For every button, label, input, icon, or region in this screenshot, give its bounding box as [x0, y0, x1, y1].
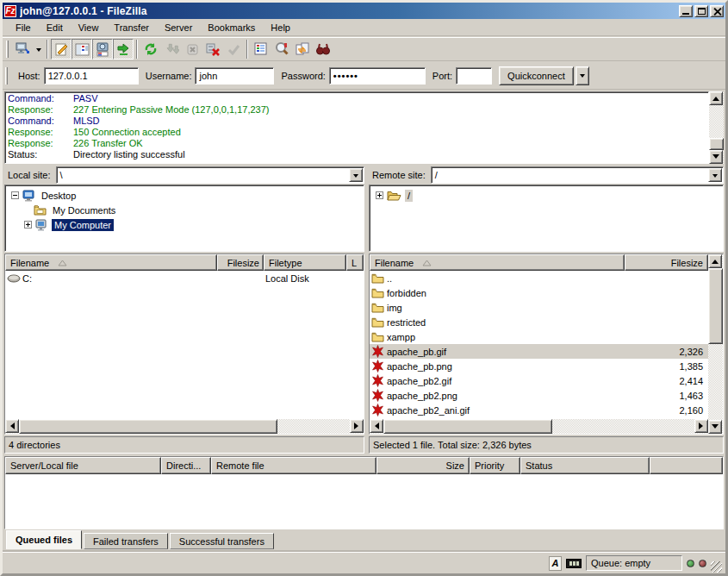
menu-edit[interactable]: Edit [39, 20, 71, 35]
column-header-size[interactable]: Size [376, 457, 470, 474]
disconnect-button[interactable] [202, 39, 223, 59]
file-row[interactable]: apache_pb2_ani.gif2,160 [370, 403, 708, 417]
tab-successful-transfers[interactable]: Successful transfers [170, 533, 274, 549]
tree-item-root[interactable]: / [372, 188, 723, 203]
scroll-left-button[interactable] [5, 419, 19, 433]
image-file-icon [371, 374, 387, 387]
column-header-filesize[interactable]: Filesize [217, 254, 264, 271]
tab-queued-files[interactable]: Queued files [6, 530, 82, 549]
column-header-filler [650, 457, 723, 474]
maximize-button[interactable] [694, 5, 708, 17]
directory-comparison-button[interactable] [271, 39, 292, 59]
quickconnect-dropdown[interactable] [576, 66, 589, 85]
column-header-priority[interactable]: Priority [470, 457, 520, 474]
scroll-up-button[interactable] [709, 91, 723, 105]
file-row[interactable]: forbidden [370, 285, 708, 300]
column-header-server-local-file[interactable]: Server/Local file [5, 457, 161, 474]
menu-server[interactable]: Server [157, 20, 200, 35]
file-row[interactable]: .. [370, 271, 708, 285]
minimize-button[interactable] [679, 5, 693, 17]
remote-horizontal-scrollbar[interactable] [370, 419, 708, 434]
local-site-dropdown[interactable] [349, 168, 363, 182]
menu-help[interactable]: Help [263, 20, 298, 35]
log-line: Response:150 Connection accepted [8, 127, 708, 138]
quickconnect-gripper[interactable] [5, 67, 8, 85]
remote-site-combobox[interactable]: / [431, 166, 724, 184]
file-row[interactable]: apache_pb2.gif2,414 [370, 373, 708, 388]
toggle-local-tree-button[interactable] [72, 39, 92, 59]
toolbar-gripper[interactable] [6, 41, 9, 58]
scroll-left-button[interactable] [370, 419, 383, 433]
title-bar[interactable]: Fz john@127.0.0.1 - FileZilla [3, 3, 725, 19]
find-files-button[interactable] [313, 39, 333, 59]
synchronized-browsing-button[interactable] [292, 39, 313, 59]
chevron-down-icon [36, 48, 41, 54]
scroll-right-button[interactable] [350, 419, 364, 433]
indicator-badge-icon[interactable] [566, 559, 582, 568]
refresh-button[interactable] [140, 39, 161, 59]
scroll-right-button[interactable] [694, 419, 708, 433]
file-row[interactable]: apache_pb2.png1,463 [370, 388, 708, 403]
column-header-remote-file[interactable]: Remote file [211, 457, 376, 474]
toggle-message-log-button[interactable] [51, 39, 72, 59]
selected-tree-item: My Computer [52, 219, 114, 231]
scrollbar-thumb[interactable] [383, 419, 552, 434]
column-header-status[interactable]: Status [520, 457, 650, 474]
column-header-filename[interactable]: Filename [370, 254, 625, 271]
transfer-type-indicator-icon[interactable]: A [549, 556, 562, 571]
remote-tree: / [369, 185, 724, 252]
filter-icon [253, 41, 269, 57]
expand-expander[interactable] [376, 191, 383, 199]
menu-bookmarks[interactable]: Bookmarks [200, 20, 263, 35]
menu-transfer[interactable]: Transfer [106, 20, 157, 35]
column-header-lastmodified[interactable]: L [346, 254, 364, 271]
reconnect-button[interactable] [223, 39, 244, 59]
menu-view[interactable]: View [71, 20, 107, 35]
column-header-direction[interactable]: Directi... [161, 457, 211, 474]
tree-item-my-documents[interactable]: My Documents [8, 203, 364, 217]
tree-item-desktop[interactable]: Desktop [8, 188, 364, 203]
column-header-filesize[interactable]: Filesize [625, 254, 708, 271]
password-input[interactable]: •••••• [329, 67, 426, 85]
column-header-filename[interactable]: Filename [5, 254, 217, 271]
username-input[interactable]: john [195, 67, 274, 85]
file-row-selected[interactable]: apache_pb.gif2,326 [370, 344, 708, 359]
process-queue-button[interactable] [161, 39, 182, 59]
file-row[interactable]: img [370, 300, 708, 315]
scroll-down-button[interactable] [708, 420, 722, 434]
log-vertical-scrollbar[interactable] [709, 91, 724, 164]
file-row[interactable]: xampp [370, 329, 708, 344]
arrow-right-icon [354, 423, 362, 429]
local-horizontal-scrollbar[interactable] [5, 419, 364, 434]
resize-grip[interactable] [711, 561, 722, 573]
toggle-remote-tree-button[interactable] [92, 39, 113, 59]
scrollbar-thumb[interactable] [19, 419, 277, 434]
file-row[interactable]: apache_pb.png1,385 [370, 359, 708, 373]
close-button[interactable] [710, 5, 724, 17]
tree-item-my-computer[interactable]: My Computer [8, 217, 364, 232]
scroll-down-button[interactable] [709, 150, 723, 164]
collapse-expander[interactable] [11, 191, 19, 199]
scroll-up-button[interactable] [708, 254, 722, 268]
quickconnect-button[interactable]: Quickconnect [499, 66, 574, 85]
scrollbar-thumb[interactable] [709, 138, 724, 150]
scrollbar-thumb[interactable] [708, 268, 723, 344]
file-row[interactable]: C: Local Disk [5, 271, 364, 285]
port-input[interactable] [456, 67, 492, 85]
site-manager-dropdown[interactable] [33, 39, 44, 59]
cancel-button[interactable] [182, 39, 202, 59]
site-manager-button[interactable] [12, 39, 33, 59]
expand-expander[interactable] [24, 221, 32, 229]
directory-filters-button[interactable] [251, 39, 271, 59]
remote-site-dropdown[interactable] [708, 168, 722, 182]
reconnect-icon [227, 42, 241, 57]
file-row[interactable]: restricted [370, 315, 708, 329]
remote-vertical-scrollbar[interactable] [708, 254, 723, 434]
close-icon [713, 7, 721, 15]
host-input[interactable]: 127.0.0.1 [44, 67, 139, 85]
toggle-transfer-queue-button[interactable] [113, 39, 134, 59]
column-header-filetype[interactable]: Filetype [264, 254, 346, 271]
tab-failed-transfers[interactable]: Failed transfers [84, 533, 168, 549]
menu-file[interactable]: File [8, 20, 39, 35]
local-site-combobox[interactable]: \ [56, 166, 364, 184]
